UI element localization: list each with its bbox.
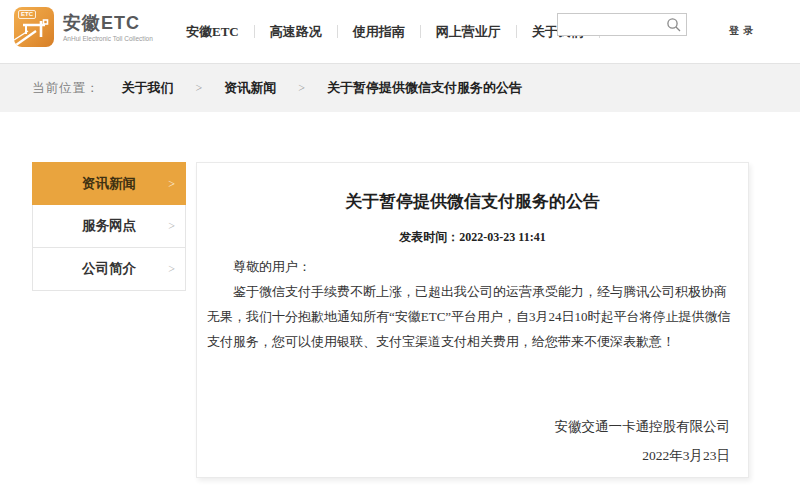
article-signature: 安徽交通一卡通控股有限公司 2022年3月23日 — [207, 412, 738, 470]
logo-badge: ETC — [18, 10, 36, 19]
main-nav: 安徽ETC 高速路况 使用指南 网上营业厅 关于我们 — [180, 0, 600, 63]
logo-title: 安徽ETC — [63, 13, 153, 33]
nav-item-online-hall[interactable]: 网上营业厅 — [421, 23, 516, 41]
nav-item-anhui-etc[interactable]: 安徽ETC — [180, 23, 254, 41]
publish-time: 发表时间：2022-03-23 11:41 — [207, 229, 738, 246]
chevron-right-icon: > — [168, 205, 175, 247]
breadcrumb-prefix: 当前位置： — [32, 80, 100, 97]
sidebar-item-label: 服务网点 — [82, 218, 136, 233]
sidebar-menu: 资讯新闻 > 服务网点 > 公司简介 > — [32, 162, 186, 291]
article-date: 2022年3月23日 — [207, 441, 730, 470]
breadcrumb-about-us[interactable]: 关于我们 — [122, 79, 174, 97]
chevron-right-icon: > — [168, 248, 175, 290]
sidebar-item-company-profile[interactable]: 公司简介 > — [32, 248, 186, 291]
site-logo[interactable]: ETC 安徽ETC AnHui Electronic Toll Collecti… — [14, 7, 153, 47]
article-title: 关于暂停提供微信支付服务的公告 — [207, 190, 738, 213]
login-button[interactable]: 登 录 — [729, 24, 755, 38]
search-icon[interactable] — [666, 17, 682, 33]
article-paragraph: 鉴于微信支付手续费不断上涨，已超出我公司的运营承受能力，经与腾讯公司积极协商无果… — [207, 279, 738, 354]
chevron-right-icon: > — [298, 81, 305, 96]
search-input[interactable] — [558, 14, 664, 35]
nav-item-guide[interactable]: 使用指南 — [338, 23, 420, 41]
article-body: 尊敬的用户： 鉴于微信支付手续费不断上涨，已超出我公司的运营承受能力，经与腾讯公… — [207, 254, 738, 354]
chevron-right-icon: > — [196, 81, 203, 96]
breadcrumb: 当前位置： 关于我们 > 资讯新闻 > 关于暂停提供微信支付服务的公告 — [0, 63, 800, 112]
publish-time-value: 2022-03-23 11:41 — [459, 230, 545, 244]
sidebar-item-service-outlets[interactable]: 服务网点 > — [32, 205, 186, 248]
article-panel: 关于暂停提供微信支付服务的公告 发表时间：2022-03-23 11:41 尊敬… — [196, 162, 749, 478]
site-header: ETC 安徽ETC AnHui Electronic Toll Collecti… — [0, 0, 800, 63]
sidebar-item-label: 资讯新闻 — [82, 176, 136, 191]
breadcrumb-current-page: 关于暂停提供微信支付服务的公告 — [327, 79, 522, 97]
breadcrumb-news[interactable]: 资讯新闻 — [224, 79, 276, 97]
publish-time-label: 发表时间： — [399, 230, 459, 244]
etc-logo-icon: ETC — [14, 7, 54, 47]
sidebar-item-news[interactable]: 资讯新闻 > — [32, 162, 186, 205]
company-name: 安徽交通一卡通控股有限公司 — [207, 412, 730, 441]
article-paragraph: 尊敬的用户： — [207, 254, 738, 279]
chevron-right-icon: > — [168, 163, 175, 205]
nav-item-traffic[interactable]: 高速路况 — [255, 23, 337, 41]
sidebar-item-label: 公司简介 — [82, 261, 136, 276]
logo-subtitle: AnHui Electronic Toll Collection — [63, 35, 153, 42]
search-box — [557, 13, 687, 36]
